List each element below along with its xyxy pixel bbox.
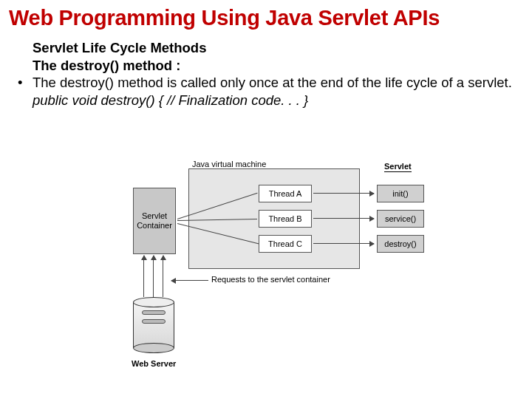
content-block: Servlet Life Cycle Methods The destroy()…: [0, 35, 532, 109]
arrow-requests-label: [171, 280, 208, 281]
thread-a-box: Thread A: [259, 185, 312, 202]
subheading-destroy: The destroy() method :: [33, 57, 517, 75]
code-snippet: public void destroy() { // Finalization …: [33, 92, 517, 109]
label-requests: Requests to the servlet container: [211, 275, 330, 284]
bullet-destroy-desc: The destroy() method is called only once…: [18, 74, 517, 92]
service-box: service(): [377, 210, 424, 228]
destroy-box: destroy(): [377, 235, 424, 253]
thread-b-box: Thread B: [259, 210, 312, 228]
label-servlet: Servlet: [384, 162, 412, 172]
init-box: init(): [377, 185, 424, 202]
label-web-server: Web Server: [132, 359, 176, 368]
arrow-request-1: [143, 256, 144, 297]
arrow-thread-destroy: [313, 243, 374, 244]
servlet-container-box: Servlet Container: [133, 188, 176, 254]
arrow-thread-init: [313, 193, 374, 194]
label-jvm: Java virtual machine: [192, 160, 266, 168]
slide-title: Web Programming Using Java Servlet APIs: [0, 0, 532, 35]
lifecycle-diagram: Java virtual machine Servlet Container T…: [133, 160, 451, 374]
web-server-icon: [133, 297, 174, 356]
arrow-thread-service: [313, 218, 374, 219]
thread-c-box: Thread C: [259, 235, 312, 253]
arrow-request-3: [163, 256, 163, 297]
subheading-lifecycle: Servlet Life Cycle Methods: [33, 39, 517, 57]
arrow-request-2: [153, 256, 154, 297]
